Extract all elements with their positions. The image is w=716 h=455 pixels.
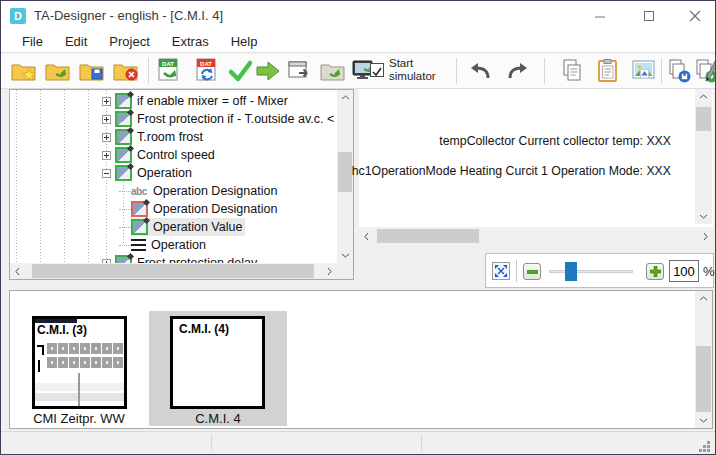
green-arrow-right-icon: [254, 57, 282, 85]
scroll-up-arrow[interactable]: [695, 291, 712, 306]
tree-item-selected[interactable]: Operation Value: [10, 218, 337, 236]
folder-close-icon: [112, 57, 140, 85]
close-project-button[interactable]: [111, 56, 141, 86]
tree-item[interactable]: Control speed: [10, 146, 337, 164]
scrollbar-thumb[interactable]: [338, 152, 352, 192]
start-simulator-checkbox[interactable]: [370, 63, 384, 77]
scroll-left-arrow[interactable]: [10, 263, 25, 279]
copy-button[interactable]: [557, 56, 587, 86]
folder-export-icon: [319, 57, 347, 85]
tree-item[interactable]: Frost protection delay: [10, 254, 337, 263]
checkmark-icon: [371, 66, 383, 78]
pages-panel: C.M.I. (3) CMI Zeitpr. WW C.M.I. (4) C.M…: [9, 290, 713, 429]
tree-horizontal-scrollbar[interactable]: [10, 263, 353, 279]
expand-arrows-icon: [494, 264, 508, 278]
menu-project[interactable]: Project: [98, 31, 160, 53]
start-simulator-label[interactable]: Start simulator: [389, 57, 451, 83]
scrollbar-thumb[interactable]: [32, 264, 314, 278]
new-project-button[interactable]: [9, 56, 39, 86]
expander-minus-icon[interactable]: [102, 169, 111, 178]
scroll-down-arrow[interactable]: [695, 209, 712, 224]
preview-text-line: hc1OperationMode Heating Curcit 1 Operat…: [352, 164, 671, 178]
percent-label: %: [703, 264, 715, 279]
export-folder-button[interactable]: [318, 56, 348, 86]
resize-grip[interactable]: [707, 441, 710, 444]
tree-vertical-scrollbar[interactable]: [337, 90, 353, 263]
export-page-button[interactable]: [285, 56, 315, 86]
preview-horizontal-scrollbar[interactable]: [359, 228, 713, 244]
dat-file-open-icon: DAT: [155, 57, 183, 85]
validate-button[interactable]: [225, 56, 255, 86]
preview-text-line: tempCollector Current collector temp: XX…: [439, 134, 671, 148]
scrollbar-thumb[interactable]: [696, 107, 711, 131]
tree-item[interactable]: Operation Designation: [10, 200, 337, 218]
open-project-button[interactable]: [43, 56, 73, 86]
thumbnail-title: C.M.I. (4): [179, 322, 229, 336]
scroll-right-arrow[interactable]: [322, 263, 337, 279]
folder-save-icon: [78, 57, 106, 85]
zoom-in-button[interactable]: [646, 263, 664, 280]
scroll-right-arrow[interactable]: [698, 228, 713, 244]
undo-icon: [467, 57, 495, 85]
menu-extras[interactable]: Extras: [161, 31, 220, 53]
tree-item[interactable]: T.room frost: [10, 128, 337, 146]
tree-item[interactable]: abc Operation Designation: [10, 182, 337, 200]
expander-plus-icon[interactable]: [102, 115, 111, 124]
insert-image-button[interactable]: [629, 56, 659, 86]
paste-button[interactable]: [593, 56, 623, 86]
abc-text-icon: abc: [131, 186, 151, 197]
preview-vertical-scrollbar[interactable]: [695, 89, 712, 224]
menu-help[interactable]: Help: [220, 31, 269, 53]
scrollbar-thumb[interactable]: [696, 346, 711, 412]
thumbnail-preview[interactable]: C.M.I. (3): [32, 316, 127, 409]
scrollbar-thumb[interactable]: [377, 229, 479, 243]
check-icon: [226, 57, 254, 85]
maximize-button[interactable]: [626, 1, 671, 31]
zoom-toolbar: %: [485, 253, 714, 288]
app-window: D TA-Designer - english - [C.M.I. 4] Fil…: [0, 0, 716, 455]
scroll-down-arrow[interactable]: [337, 248, 353, 263]
thumbnail-preview[interactable]: C.M.I. (4): [170, 316, 265, 409]
image-element-icon: [115, 111, 132, 127]
copy-to-file-button[interactable]: [664, 56, 694, 86]
tree-item[interactable]: Frost protection if - T.outside av.c. <: [10, 110, 337, 128]
zoom-percent-input[interactable]: [669, 260, 699, 282]
redo-icon: [503, 57, 531, 85]
scroll-down-arrow[interactable]: [695, 413, 712, 428]
page-thumbnail-cmi3[interactable]: C.M.I. (3) CMI Zeitpr. WW: [24, 311, 134, 426]
text-lines-icon: [131, 239, 146, 252]
close-button[interactable]: [672, 1, 716, 31]
save-project-button[interactable]: [77, 56, 107, 86]
scroll-up-arrow[interactable]: [695, 89, 712, 104]
page-thumbnail-cmi4-selected[interactable]: C.M.I. (4) C.M.I. 4: [149, 311, 287, 426]
zoom-slider-track[interactable]: [549, 270, 633, 273]
stylus-tool-button[interactable]: [703, 56, 716, 86]
tree-item[interactable]: if enable mixer = off - Mixer: [10, 92, 337, 110]
dat-file-reload-icon: DAT: [193, 57, 221, 85]
toolbar-separator: [456, 58, 457, 84]
thumb-divider-line: [78, 373, 80, 406]
tree-item[interactable]: Operation: [10, 236, 337, 254]
expander-plus-icon[interactable]: [102, 133, 111, 142]
tree-connector: [119, 227, 131, 228]
scroll-left-arrow[interactable]: [359, 228, 374, 244]
run-button[interactable]: [253, 56, 283, 86]
zoom-slider-thumb[interactable]: [565, 262, 577, 281]
open-dat-button[interactable]: DAT: [154, 56, 184, 86]
tree-item[interactable]: Operation: [10, 164, 337, 182]
expander-plus-icon[interactable]: [102, 97, 111, 106]
zoom-out-button[interactable]: [523, 263, 541, 280]
expander-plus-icon[interactable]: [102, 151, 111, 160]
scroll-up-arrow[interactable]: [337, 90, 353, 105]
reload-dat-button[interactable]: DAT: [192, 56, 222, 86]
function-tree-panel: if enable mixer = off - Mixer Frost prot…: [9, 89, 354, 280]
fit-to-window-button[interactable]: [492, 262, 510, 280]
image-element-icon: [131, 219, 148, 235]
menu-edit[interactable]: Edit: [54, 31, 98, 53]
menu-file[interactable]: File: [11, 31, 54, 53]
selection-highlight: Operation Value: [131, 218, 245, 236]
undo-button[interactable]: [466, 56, 496, 86]
pages-vertical-scrollbar[interactable]: [695, 291, 712, 428]
minimize-button[interactable]: [577, 1, 622, 31]
redo-button[interactable]: [502, 56, 532, 86]
